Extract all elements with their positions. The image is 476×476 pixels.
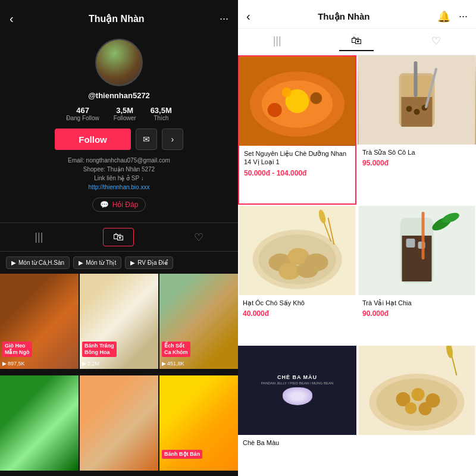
- bio-line-2: Shopee: Thuận Nhàn 5272: [68, 165, 170, 174]
- walnuts-svg: [238, 206, 356, 295]
- svg-rect-32: [422, 212, 425, 259]
- product-card-2[interactable]: Trà Sữa Sô Cô La 95.000đ: [358, 55, 476, 205]
- filter-pills: ▶ Món từ Cá,H.Sàn ▶ Món từ Thịt ▶ RV Địa…: [0, 252, 238, 274]
- product-info-4: Trà Vải Hạt Chia 90.000đ: [358, 295, 476, 322]
- product-name-1: Set Nguyên Liệu Chè Dưỡng Nhan 14 Vị Loạ…: [244, 149, 350, 167]
- action-row: Follow ✉ ›: [55, 129, 183, 150]
- nuts-dish-svg: [358, 346, 476, 435]
- stat-following: 467 Đang Follow: [66, 106, 99, 121]
- che-title: CHÈ BA MÀU: [277, 374, 317, 380]
- left-profile-name: Thuận Nhàn: [89, 13, 145, 24]
- video-views-1: ▶ 897,5K: [2, 361, 25, 367]
- hoi-dap-icon: 💬: [100, 201, 109, 209]
- right-header-icons: 🔔 ···: [437, 10, 468, 23]
- profile-section: @thiennhan5272 467 Đang Follow 3,5M Foll…: [0, 33, 238, 220]
- pill-icon-1: ▶: [11, 259, 16, 266]
- product-image-2: [358, 55, 476, 145]
- stat-following-value: 467: [76, 106, 89, 115]
- tab-videos-icon[interactable]: |||: [25, 228, 52, 246]
- video-cell-3[interactable]: Ếch SốtCa Khóm ▶ 451,8K: [159, 274, 238, 369]
- product-card-6[interactable]: [358, 346, 476, 476]
- hoi-dap-button[interactable]: 💬 Hỏi Đáp: [92, 198, 146, 212]
- video-cell-6[interactable]: Bánh Bột Bán: [159, 375, 238, 471]
- pill-label-1: Món từ Cá,H.Sàn: [18, 259, 64, 266]
- svg-point-5: [310, 92, 322, 104]
- left-more-button[interactable]: ···: [220, 12, 228, 25]
- hoi-dap-label: Hỏi Đáp: [112, 201, 139, 209]
- svg-point-23: [297, 262, 318, 278]
- product-card-3[interactable]: Hạt Óc Chó Sấy Khô 40.000đ: [238, 206, 356, 345]
- left-tabs-row: ||| 🛍 ♡: [0, 223, 238, 252]
- stat-followers: 3,5M Follower: [114, 106, 136, 121]
- pill-label-2: Món từ Thịt: [86, 259, 116, 266]
- pill-rv[interactable]: ▶ RV Địa Điể: [125, 256, 173, 269]
- product-image-5: CHÈ BA MÀU PANDAN JELLY / PIED BEAN / MU…: [238, 346, 356, 435]
- tab-likes-icon[interactable]: ♡: [184, 228, 213, 246]
- svg-point-12: [414, 109, 420, 115]
- svg-point-41: [405, 402, 417, 414]
- right-back-button[interactable]: ‹: [246, 10, 250, 23]
- avatar: [95, 39, 143, 86]
- pill-ca-h-san[interactable]: ▶ Món từ Cá,H.Sàn: [6, 256, 70, 269]
- svg-point-39: [412, 388, 425, 401]
- product-card-5[interactable]: CHÈ BA MÀU PANDAN JELLY / PIED BEAN / MU…: [238, 346, 356, 476]
- right-panel: ‹ Thuận Nhàn 🔔 ··· ||| 🛍 ♡: [238, 0, 476, 476]
- video-views-2: ▶ 2,2M: [82, 361, 99, 367]
- stats-row: 467 Đang Follow 3,5M Follower 63,5M Thíc…: [66, 106, 172, 121]
- avatar-image: [96, 40, 142, 85]
- video-views-3: ▶ 451,8K: [162, 361, 184, 367]
- right-more-button[interactable]: ···: [459, 10, 468, 23]
- product-price-2: 95.000đ: [362, 159, 471, 167]
- message-button[interactable]: ✉: [136, 129, 157, 150]
- product-image-1: [239, 57, 355, 146]
- left-header: ‹ Thuận Nhàn ···: [0, 0, 238, 33]
- video-grid: Giò HeoMắm Ngò ▶ 897,5K Bánh TrángBông H…: [0, 274, 238, 476]
- pill-icon-3: ▶: [130, 259, 135, 266]
- product-info-3: Hạt Óc Chó Sấy Khô 40.000đ: [238, 295, 356, 322]
- product-image-6: [358, 346, 476, 435]
- tab-shop-icon[interactable]: 🛍: [103, 228, 134, 246]
- bio-link[interactable]: http://thiennhan.bio.xxx: [68, 183, 170, 192]
- share-button[interactable]: ›: [162, 129, 183, 150]
- video-cell-1[interactable]: Giò HeoMắm Ngò ▶ 897,5K: [0, 274, 79, 369]
- product-name-3: Hạt Óc Chó Sấy Khô: [243, 299, 352, 307]
- pill-thit[interactable]: ▶ Món từ Thịt: [73, 256, 121, 269]
- product-price-3: 40.000đ: [243, 309, 352, 318]
- svg-point-6: [282, 87, 292, 97]
- svg-point-42: [419, 402, 432, 415]
- bio-section: Email: nongthanhchau075@gmail.com Shopee…: [58, 154, 180, 194]
- svg-point-37: [377, 378, 458, 426]
- product-price-1: 50.000đ - 104.000đ: [244, 169, 350, 177]
- right-header: ‹ Thuận Nhàn 🔔 ···: [238, 0, 476, 29]
- stat-likes-value: 63,5M: [151, 106, 172, 115]
- video-cell-4[interactable]: [0, 375, 79, 471]
- video-cell-2[interactable]: Bánh TrángBông Hoa ▶ 2,2M: [80, 274, 158, 369]
- right-tab-shop[interactable]: 🛍: [339, 32, 374, 51]
- bio-line-3: Link liên hệ ở SP ↓: [68, 174, 170, 183]
- left-back-button[interactable]: ‹: [10, 12, 14, 26]
- pill-label-3: RV Địa Điể: [137, 259, 168, 266]
- video-label-3: Ếch SốtCa Khóm: [162, 342, 190, 357]
- stat-following-label: Đang Follow: [66, 115, 99, 121]
- product-card-1[interactable]: Set Nguyên Liệu Chè Dưỡng Nhan 14 Vị Loạ…: [238, 55, 356, 205]
- pill-icon-2: ▶: [79, 259, 83, 266]
- stat-likes: 63,5M Thích: [151, 106, 172, 121]
- right-tabs-row: ||| 🛍 ♡: [238, 29, 476, 55]
- right-tab-videos[interactable]: |||: [261, 32, 293, 51]
- follow-button[interactable]: Follow: [55, 129, 131, 150]
- product-name-2: Trà Sữa Sô Cô La: [362, 148, 471, 156]
- bubble-tea-svg: [358, 55, 476, 145]
- iced-drink-svg: [358, 206, 476, 295]
- svg-point-11: [406, 106, 412, 112]
- product-info-6: [358, 435, 476, 446]
- che-bowl-image: [283, 387, 312, 405]
- product-name-5: Chè Ba Màu: [243, 439, 352, 447]
- right-profile-name: Thuận Nhàn: [318, 11, 369, 22]
- right-tab-likes[interactable]: ♡: [419, 32, 453, 51]
- video-label-1: Giò HeoMắm Ngò: [2, 342, 32, 357]
- notification-button[interactable]: 🔔: [437, 10, 450, 23]
- svg-rect-30: [406, 239, 415, 248]
- video-cell-5[interactable]: [80, 375, 158, 471]
- che-subtitle: PANDAN JELLY / PIED BEAN / MUNG BEAN: [261, 381, 334, 385]
- product-card-4[interactable]: Trà Vải Hạt Chia 90.000đ: [358, 206, 476, 345]
